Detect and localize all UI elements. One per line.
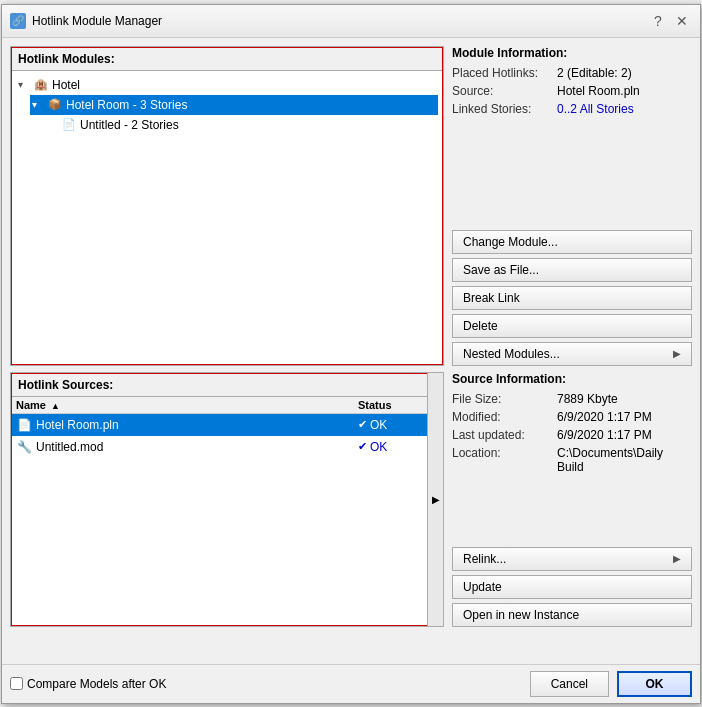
location-label: Location: bbox=[452, 446, 557, 474]
hotlink-sources-label: Hotlink Sources: bbox=[12, 374, 442, 397]
filesize-label: File Size: bbox=[452, 392, 557, 406]
hotel-label: Hotel bbox=[52, 78, 80, 92]
tree-item-untitled[interactable]: 📄 Untitled - 2 Stories bbox=[44, 115, 438, 135]
lastupdated-label: Last updated: bbox=[452, 428, 557, 442]
expand-sources-button[interactable]: ▶ bbox=[427, 373, 443, 626]
placed-label: Placed Hotlinks: bbox=[452, 66, 557, 80]
chevron-hotel: ▾ bbox=[18, 79, 30, 90]
module-info-panel: Module Information: Placed Hotlinks: 2 (… bbox=[452, 46, 692, 366]
compare-checkbox[interactable] bbox=[10, 677, 23, 690]
source-info-title: Source Information: bbox=[452, 372, 692, 386]
source-info-section: Source Information: File Size: 7889 Kbyt… bbox=[452, 372, 692, 535]
app-icon: 🔗 bbox=[10, 13, 26, 29]
info-row-modified: Modified: 6/9/2020 1:17 PM bbox=[452, 410, 692, 424]
tree-item-hotel-room[interactable]: ▾ 📦 Hotel Room - 3 Stories bbox=[30, 95, 438, 115]
save-as-file-button[interactable]: Save as File... bbox=[452, 258, 692, 282]
compare-label[interactable]: Compare Models after OK bbox=[27, 677, 166, 691]
change-module-button[interactable]: Change Module... bbox=[452, 230, 692, 254]
checkmark-icon-2: ✔ bbox=[358, 440, 367, 453]
relink-arrow: ▶ bbox=[673, 553, 681, 564]
src-name-untitled: Untitled.mod bbox=[36, 440, 358, 454]
filesize-value: 7889 Kbyte bbox=[557, 392, 692, 406]
title-bar: 🔗 Hotlink Module Manager ? ✕ bbox=[2, 5, 700, 38]
close-button[interactable]: ✕ bbox=[672, 11, 692, 31]
update-button[interactable]: Update bbox=[452, 575, 692, 599]
tree-item-hotel[interactable]: ▾ 🏨 Hotel bbox=[16, 75, 438, 95]
dialog-body: Hotlink Modules: ▾ 🏨 Hotel ▾ 📦 Hotel R bbox=[2, 38, 700, 664]
module-info-title: Module Information: bbox=[452, 46, 692, 60]
dialog-title: Hotlink Module Manager bbox=[32, 14, 162, 28]
hotel-icon: 🏨 bbox=[33, 77, 49, 93]
info-row-source: Source: Hotel Room.pln bbox=[452, 84, 692, 98]
hotel-room-label: Hotel Room - 3 Stories bbox=[66, 98, 187, 112]
cancel-button[interactable]: Cancel bbox=[530, 671, 609, 697]
ok-button[interactable]: OK bbox=[617, 671, 692, 697]
source-value: Hotel Room.pln bbox=[557, 84, 692, 98]
src-status-hotel-room: ✔ OK bbox=[358, 418, 438, 432]
chevron-hotel-room: ▾ bbox=[32, 99, 44, 110]
info-row-stories: Linked Stories: 0..2 All Stories bbox=[452, 102, 692, 116]
nested-modules-button[interactable]: Nested Modules... ▶ bbox=[452, 342, 692, 366]
nested-modules-arrow: ▶ bbox=[673, 348, 681, 359]
dialog-window: 🔗 Hotlink Module Manager ? ✕ Hotlink Mod… bbox=[1, 4, 701, 704]
help-button[interactable]: ? bbox=[648, 11, 668, 31]
hotel-room-icon: 📦 bbox=[47, 97, 63, 113]
hotlink-sources-border: Hotlink Sources: Name ▲ Status 📄 Hotel R… bbox=[10, 372, 444, 627]
info-row-lastupdated: Last updated: 6/9/2020 1:17 PM bbox=[452, 428, 692, 442]
placed-value: 2 (Editable: 2) bbox=[557, 66, 692, 80]
source-info-panel: Source Information: File Size: 7889 Kbyt… bbox=[452, 372, 692, 627]
module-buttons: Change Module... Save as File... Break L… bbox=[452, 230, 692, 366]
break-link-button[interactable]: Break Link bbox=[452, 286, 692, 310]
source-row-hotel-room[interactable]: 📄 Hotel Room.pln ✔ OK bbox=[12, 414, 442, 436]
modified-label: Modified: bbox=[452, 410, 557, 424]
ok-cancel-buttons: Cancel OK bbox=[530, 671, 692, 697]
open-new-instance-button[interactable]: Open in new Instance bbox=[452, 603, 692, 627]
hotlink-modules-panel: Hotlink Modules: ▾ 🏨 Hotel ▾ 📦 Hotel R bbox=[10, 46, 444, 366]
untitled-icon: 📄 bbox=[61, 117, 77, 133]
hotlink-modules-label: Hotlink Modules: bbox=[12, 48, 442, 71]
source-buttons: Relink... ▶ Update Open in new Instance bbox=[452, 547, 692, 627]
delete-button[interactable]: Delete bbox=[452, 314, 692, 338]
title-bar-left: 🔗 Hotlink Module Manager bbox=[10, 13, 162, 29]
stories-value: 0..2 All Stories bbox=[557, 102, 692, 116]
source-table-header: Name ▲ Status bbox=[12, 397, 442, 414]
stories-label: Linked Stories: bbox=[452, 102, 557, 116]
source-rows: 📄 Hotel Room.pln ✔ OK 🔧 Untitled.mod bbox=[12, 414, 442, 625]
sort-icon: ▲ bbox=[51, 401, 60, 411]
col-name: Name ▲ bbox=[16, 399, 358, 411]
info-row-location: Location: C:\Documents\Daily Build bbox=[452, 446, 692, 474]
footer-bar: Compare Models after OK Cancel OK bbox=[2, 664, 700, 703]
untitled-label: Untitled - 2 Stories bbox=[80, 118, 179, 132]
hotlink-sources-panel: Hotlink Sources: Name ▲ Status 📄 Hotel R… bbox=[10, 372, 444, 627]
source-label: Source: bbox=[452, 84, 557, 98]
relink-button[interactable]: Relink... ▶ bbox=[452, 547, 692, 571]
src-icon-hotel-room: 📄 bbox=[16, 417, 32, 433]
location-value: C:\Documents\Daily Build bbox=[557, 446, 692, 474]
info-row-placed: Placed Hotlinks: 2 (Editable: 2) bbox=[452, 66, 692, 80]
src-name-hotel-room: Hotel Room.pln bbox=[36, 418, 358, 432]
checkmark-icon: ✔ bbox=[358, 418, 367, 431]
bottom-section: Hotlink Sources: Name ▲ Status 📄 Hotel R… bbox=[10, 372, 692, 627]
checkbox-area: Compare Models after OK bbox=[10, 677, 166, 691]
top-section: Hotlink Modules: ▾ 🏨 Hotel ▾ 📦 Hotel R bbox=[10, 46, 692, 366]
source-row-untitled[interactable]: 🔧 Untitled.mod ✔ OK bbox=[12, 436, 442, 458]
hotlink-modules-border: Hotlink Modules: ▾ 🏨 Hotel ▾ 📦 Hotel R bbox=[10, 46, 444, 366]
module-tree: ▾ 🏨 Hotel ▾ 📦 Hotel Room - 3 Stories bbox=[12, 71, 442, 364]
src-status-untitled: ✔ OK bbox=[358, 440, 438, 454]
info-row-filesize: File Size: 7889 Kbyte bbox=[452, 392, 692, 406]
chevron-untitled bbox=[46, 119, 58, 130]
col-status: Status bbox=[358, 399, 438, 411]
module-info-section: Module Information: Placed Hotlinks: 2 (… bbox=[452, 46, 692, 218]
modified-value: 6/9/2020 1:17 PM bbox=[557, 410, 692, 424]
title-bar-controls: ? ✕ bbox=[648, 11, 692, 31]
lastupdated-value: 6/9/2020 1:17 PM bbox=[557, 428, 692, 442]
src-icon-untitled: 🔧 bbox=[16, 439, 32, 455]
